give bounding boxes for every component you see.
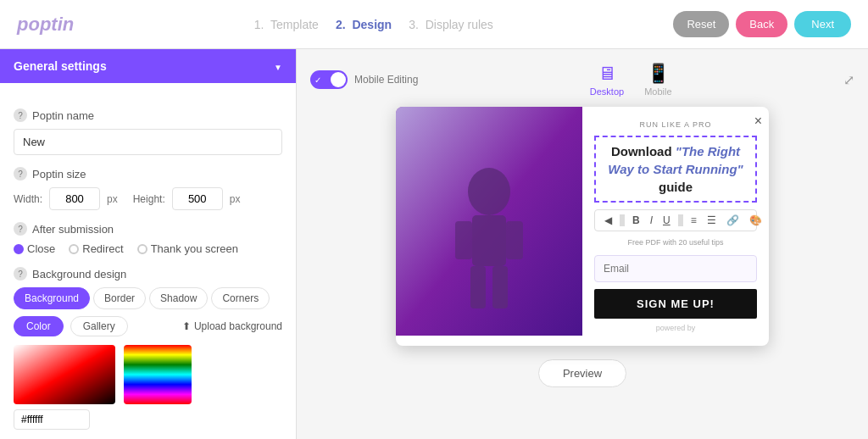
px-label-2: px [230, 193, 241, 205]
width-input[interactable] [49, 187, 100, 210]
info-icon: ? [14, 108, 27, 122]
background-design-label: Background design [32, 268, 126, 281]
color-tab-color[interactable]: Color [14, 316, 64, 336]
email-input[interactable] [594, 255, 757, 282]
after-submission-label: After submission [32, 223, 114, 236]
expand-icon[interactable]: ⤢ [843, 72, 854, 88]
tab-shadow[interactable]: Shadow [149, 287, 208, 309]
background-design-section: ? Background design [14, 267, 282, 281]
tab-corners[interactable]: Corners [211, 287, 270, 309]
poptin-name-input[interactable] [14, 129, 282, 155]
popup-run-label: RUN LIKE A PRO [594, 120, 757, 129]
step-2[interactable]: 2. Design [336, 18, 392, 31]
color-tabs: Color Gallery ⬆ Upload background [14, 316, 282, 336]
tab-background[interactable]: Background [14, 287, 90, 309]
rainbow-bar[interactable] [124, 345, 192, 404]
info-icon-size: ? [14, 167, 27, 181]
radio-dot-close [14, 244, 24, 254]
content-area: ✓ Mobile Editing 🖥 Desktop 📱 Mobile ⤢ [297, 49, 868, 439]
color-tab-gallery[interactable]: Gallery [70, 316, 128, 336]
mobile-editing-label: Mobile Editing [354, 74, 418, 86]
format-arrow-left[interactable]: ◀ [602, 214, 615, 227]
preview-button[interactable]: Preview [538, 359, 626, 387]
popup-container: × RUN LIKE A PRO Download "The Right Way… [396, 107, 769, 346]
mobile-editing-toggle[interactable]: ✓ [310, 70, 348, 89]
sep1 [620, 214, 625, 226]
powered-by-text: powered by [594, 324, 757, 332]
align-center-icon[interactable]: ☰ [704, 214, 719, 227]
submission-options: Close Redirect Thank you screen [14, 242, 282, 255]
main-content: General settings ? Poptin name ? Poptin … [0, 49, 868, 439]
popup-close-button[interactable]: × [754, 114, 762, 129]
poptin-size-label: Poptin size [32, 168, 86, 181]
link-icon[interactable]: 🔗 [724, 214, 742, 227]
hex-input-area [14, 409, 282, 430]
upload-icon: ⬆ [182, 320, 191, 332]
svg-rect-2 [472, 215, 506, 266]
color-section: Color Gallery ⬆ Upload background [14, 316, 282, 430]
width-label: Width: [14, 193, 42, 205]
device-buttons: 🖥 Desktop 📱 Mobile [590, 63, 672, 97]
sidebar-title: General settings [14, 59, 107, 73]
logo: poptin [17, 14, 74, 36]
popup-headline: Download "The Right Way to Start Running… [594, 136, 757, 203]
toggle-knob [331, 72, 346, 87]
svg-rect-6 [492, 266, 508, 308]
align-left-icon[interactable]: ≡ [688, 214, 699, 227]
height-label: Height: [133, 193, 165, 205]
poptin-name-label: Poptin name [32, 109, 94, 122]
next-button[interactable]: Next [794, 11, 851, 37]
px-label-1: px [107, 193, 118, 205]
logo-text: poptin [17, 14, 74, 35]
info-icon-bg: ? [14, 267, 27, 281]
svg-point-1 [468, 168, 510, 215]
height-input[interactable] [172, 187, 223, 210]
size-row: Width: px Height: px [14, 187, 282, 210]
redirect-option[interactable]: Redirect [69, 242, 123, 255]
desktop-icon: 🖥 [598, 63, 616, 85]
sidebar-header[interactable]: General settings [0, 49, 296, 83]
svg-rect-4 [506, 221, 523, 259]
hex-input[interactable] [14, 409, 90, 430]
popup-image [396, 107, 582, 336]
radio-empty-thankyou [137, 244, 147, 254]
steps-nav: 1. Template 2. Design 3. Display rules [254, 18, 493, 31]
after-submission-section: ? After submission [14, 222, 282, 236]
radio-empty-redirect [69, 244, 79, 254]
popup-sub-text: Free PDF with 20 useful tips [594, 238, 757, 247]
bold-button[interactable]: B [630, 214, 643, 227]
info-icon-submission: ? [14, 222, 27, 236]
content-toolbar: ✓ Mobile Editing 🖥 Desktop 📱 Mobile ⤢ [310, 63, 854, 97]
popup-preview-wrapper: × RUN LIKE A PRO Download "The Right Way… [396, 107, 769, 346]
sidebar: General settings ? Poptin name ? Poptin … [0, 49, 297, 439]
poptin-size-section: ? Poptin size [14, 167, 282, 181]
color-picker-area [14, 345, 282, 404]
thankyou-option[interactable]: Thank you screen [137, 242, 238, 255]
header-buttons: Reset Back Next [673, 11, 851, 37]
signup-button[interactable]: SIGN ME UP! [594, 289, 757, 319]
popup-bg-svg [396, 107, 582, 336]
popup-right-content: × RUN LIKE A PRO Download "The Right Way… [582, 107, 769, 346]
reset-button[interactable]: Reset [673, 11, 729, 37]
chevron-down-icon [274, 59, 282, 73]
desktop-button[interactable]: 🖥 Desktop [590, 63, 624, 97]
color-gradient-picker[interactable] [14, 345, 115, 404]
mobile-button[interactable]: 📱 Mobile [644, 63, 671, 97]
mobile-icon: 📱 [647, 63, 670, 85]
text-editor-toolbar: ◀ B I U ≡ ☰ 🔗 🎨 T Poppins [594, 209, 757, 231]
poptin-name-section: ? Poptin name [14, 108, 282, 122]
background-tabs: Background Border Shadow Corners [14, 287, 282, 309]
underline-button[interactable]: U [660, 214, 673, 227]
sep2 [678, 214, 683, 226]
italic-button[interactable]: I [648, 214, 655, 227]
upload-label: Upload background [194, 320, 282, 332]
close-option[interactable]: Close [14, 242, 55, 255]
back-button[interactable]: Back [736, 11, 787, 37]
upload-background-button[interactable]: ⬆ Upload background [182, 320, 282, 332]
sidebar-content: ? Poptin name ? Poptin size Width: px He… [0, 83, 296, 439]
step-1[interactable]: 1. Template [254, 18, 319, 31]
color-icon[interactable]: 🎨 [747, 214, 765, 227]
svg-rect-3 [455, 221, 472, 259]
step-3[interactable]: 3. Display rules [409, 18, 493, 31]
tab-border[interactable]: Border [93, 287, 146, 309]
